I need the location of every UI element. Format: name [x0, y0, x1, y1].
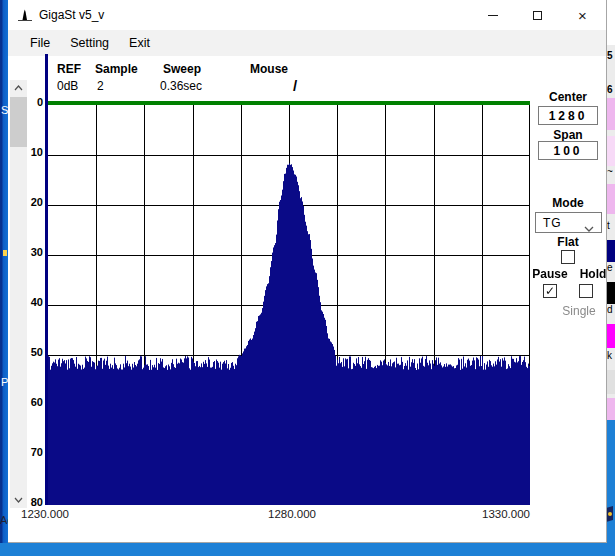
desktop-background [607, 420, 615, 556]
window-controls: × [470, 0, 605, 30]
window-title: GigaSt v5_v [39, 8, 104, 22]
x-axis-tick-label: 1280.000 [263, 508, 321, 520]
hold-label: Hold [571, 267, 615, 281]
chevron-down-icon [584, 221, 594, 235]
menu-bar: File Setting Exit [8, 30, 606, 56]
mouse-label: Mouse [250, 62, 288, 76]
x-axis-tick-label: 1230.000 [21, 508, 77, 520]
span-input[interactable] [538, 141, 598, 160]
y-axis-tick-label: 20 [18, 196, 43, 208]
maximize-icon [533, 11, 542, 20]
background-swatch [607, 184, 615, 214]
sample-value: 2 [97, 79, 104, 93]
menu-item-exit[interactable]: Exit [119, 30, 160, 56]
background-text: k [607, 350, 612, 361]
mode-select[interactable]: TG [535, 212, 602, 233]
menu-item-setting[interactable]: Setting [60, 30, 119, 56]
background-swatch [607, 398, 615, 420]
background-swatch [607, 370, 615, 394]
close-button[interactable]: × [560, 0, 605, 30]
background-text: ~ [607, 166, 613, 177]
mode-label: Mode [537, 196, 599, 210]
minimize-button[interactable] [470, 0, 515, 30]
y-axis-tick-label: 80 [18, 496, 43, 508]
y-axis-tick-label: 60 [18, 396, 43, 408]
pause-label: Pause [526, 267, 574, 281]
background-text: 5 [607, 50, 613, 61]
y-axis-tick-label: 70 [18, 446, 43, 458]
minimize-icon [488, 15, 498, 16]
maximize-button[interactable] [515, 0, 560, 30]
sample-label: Sample [95, 62, 138, 76]
single-label: Single [553, 304, 605, 318]
background-swatch [607, 98, 615, 130]
x-axis-tick-label: 1330.000 [472, 508, 530, 520]
vertical-scrollbar[interactable] [10, 80, 27, 508]
sweep-value: 0.36sec [160, 79, 202, 93]
background-swatch [607, 136, 615, 166]
app-icon [17, 7, 33, 23]
background-text: t [607, 220, 610, 231]
background-text: Ac [0, 514, 8, 526]
center-label: Center [537, 90, 599, 104]
background-swatch [607, 0, 615, 45]
background-mark [3, 250, 7, 256]
title-bar[interactable]: GigaSt v5_v × [8, 0, 606, 30]
center-input[interactable] [538, 106, 598, 125]
background-text: P [1, 376, 8, 388]
mouse-cursor-glyph: / [293, 77, 297, 94]
ref-value: 0dB [57, 79, 78, 93]
background-swatch [607, 240, 615, 262]
scrollbar-up-button[interactable] [10, 80, 27, 96]
background-text: 6 [607, 84, 613, 95]
desktop-background [0, 543, 615, 556]
flat-label: Flat [537, 235, 599, 249]
background-window-right-strip: 5 6 ~ t e d k [607, 0, 615, 420]
close-icon: × [578, 8, 587, 23]
background-window-left-strip: S P Ac [0, 0, 8, 556]
pause-checkbox[interactable]: ✓ [543, 284, 557, 298]
menu-item-file[interactable]: File [20, 30, 60, 56]
span-label: Span [537, 128, 599, 142]
background-swatch [607, 282, 615, 304]
y-axis-tick-label: 0 [18, 96, 43, 108]
y-axis-tick-label: 50 [18, 346, 43, 358]
y-axis-tick-label: 40 [18, 296, 43, 308]
background-swatch [607, 324, 615, 348]
ref-label: REF [57, 62, 81, 76]
y-axis-tick-label: 30 [18, 246, 43, 258]
y-axis-tick-label: 10 [18, 146, 43, 158]
background-text: d [607, 304, 613, 315]
hold-checkbox[interactable] [579, 284, 593, 298]
sweep-label: Sweep [163, 62, 201, 76]
flat-checkbox[interactable] [561, 250, 575, 264]
desktop: S P Ac 5 6 ~ t e d k GigaSt v5_v [0, 0, 615, 556]
mode-value: TG [543, 216, 562, 230]
background-text: S [1, 104, 8, 116]
chevron-up-icon [14, 85, 23, 91]
gigast-window: GigaSt v5_v × File Setting Exit REF Samp… [8, 0, 607, 543]
spectrum-canvas[interactable] [48, 105, 530, 505]
